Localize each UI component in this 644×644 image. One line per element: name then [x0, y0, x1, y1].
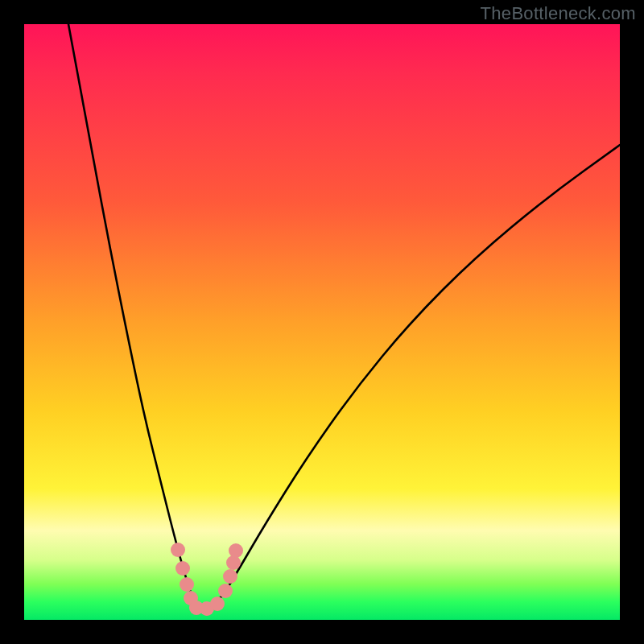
watermark-text: TheBottleneck.com [481, 3, 636, 24]
marker-dot [223, 569, 237, 584]
bottleneck-curve [68, 24, 620, 609]
marker-dot [229, 543, 243, 558]
marker-dot [210, 597, 225, 611]
marker-dot [171, 543, 185, 557]
marker-dot [180, 577, 194, 592]
marker-dot [175, 561, 190, 576]
marker-group [171, 543, 243, 616]
curve-layer [24, 24, 620, 620]
plot-area [24, 24, 620, 620]
marker-dot [226, 555, 241, 570]
marker-dot [218, 584, 233, 598]
chart-frame: TheBottleneck.com [0, 0, 644, 644]
